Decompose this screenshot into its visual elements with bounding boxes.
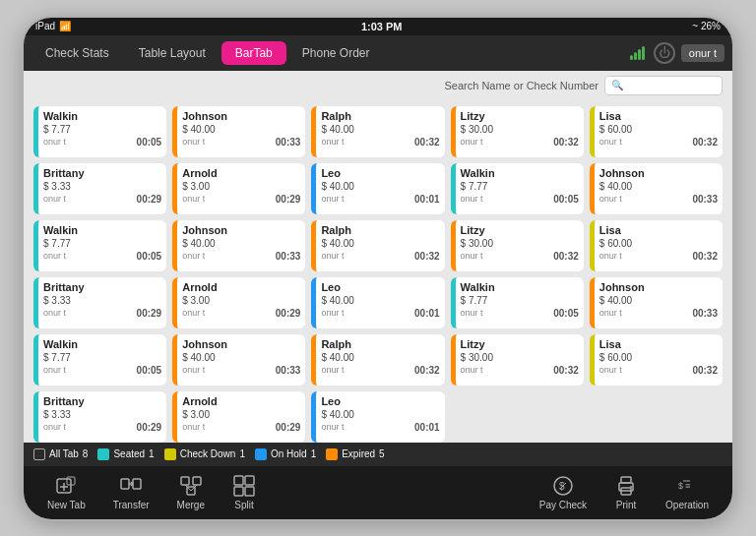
table-row[interactable]: Walkin $ 7.77 onur t 00:05 <box>451 277 584 328</box>
split-icon <box>232 474 256 498</box>
card-user-time: onur t 00:29 <box>182 422 300 433</box>
table-row[interactable]: Litzy $ 30.00 onur t 00:32 <box>451 220 584 271</box>
card-name: Litzy <box>461 224 579 236</box>
print-label: Print <box>616 500 637 510</box>
card-time: 00:05 <box>137 251 162 262</box>
table-row[interactable]: Leo $ 40.00 onur t 00:01 <box>311 391 444 443</box>
card-bottom: $ 7.77 <box>461 181 579 192</box>
table-row[interactable]: Walkin $ 7.77 onur t 00:05 <box>33 220 166 271</box>
card-name: Brittany <box>43 395 161 407</box>
card-user: onur t <box>599 308 622 318</box>
transfer-button[interactable]: Transfer <box>99 470 163 514</box>
table-row[interactable]: Brittany $ 3.33 onur t 00:29 <box>33 391 166 443</box>
card-name: Arnold <box>182 281 300 293</box>
table-row[interactable]: Arnold $ 3.00 onur t 00:29 <box>172 163 305 214</box>
wifi-icon: 📶 <box>59 21 71 31</box>
table-row[interactable]: Ralph $ 40.00 onur t 00:32 <box>311 334 444 386</box>
card-user: onur t <box>43 422 66 432</box>
table-row[interactable]: Ralph $ 40.00 onur t 00:32 <box>311 106 444 157</box>
card-user-time: onur t 00:05 <box>461 308 579 319</box>
card-bottom: $ 40.00 <box>182 238 300 249</box>
battery-label: ~ 26% <box>692 21 721 31</box>
card-time: 00:29 <box>276 308 301 319</box>
card-amount: $ 40.00 <box>321 238 353 249</box>
check-down-dot <box>164 448 176 460</box>
card-time: 00:32 <box>414 137 440 148</box>
card-user: onur t <box>43 251 66 261</box>
main-content: Walkin $ 7.77 onur t 00:05 Johnson $ 40.… <box>24 100 732 443</box>
status-bar: iPad 📶 1:03 PM ~ 26% <box>24 18 732 35</box>
user-button[interactable]: onur t <box>681 44 724 62</box>
card-bottom: $ 7.77 <box>43 238 161 249</box>
card-name: Walkin <box>43 338 161 350</box>
pay-check-label: Pay Check <box>539 500 587 510</box>
search-input[interactable]: 🔍 <box>604 76 723 95</box>
nav-phone-order[interactable]: Phone Order <box>288 41 384 65</box>
card-amount: $ 3.33 <box>43 295 71 306</box>
print-button[interactable]: Print <box>600 470 652 514</box>
card-user-time: onur t 00:32 <box>461 251 579 262</box>
wifi-signal-icon <box>630 46 646 60</box>
card-bottom: $ 7.77 <box>43 124 161 135</box>
table-row[interactable]: Johnson $ 40.00 onur t 00:33 <box>172 334 305 386</box>
card-name: Johnson <box>182 224 300 236</box>
card-user-time: onur t 00:01 <box>321 308 439 319</box>
table-row[interactable]: Lisa $ 60.00 onur t 00:32 <box>590 220 723 271</box>
merge-label: Merge <box>177 500 205 510</box>
card-amount: $ 40.00 <box>321 409 353 420</box>
pay-check-button[interactable]: $ Pay Check <box>526 470 600 514</box>
table-row[interactable]: Ralph $ 40.00 onur t 00:32 <box>311 220 444 271</box>
svg-rect-9 <box>234 476 243 485</box>
all-tab-checkbox[interactable] <box>33 448 45 460</box>
nav-table-layout[interactable]: Table Layout <box>125 41 220 65</box>
card-name: Leo <box>321 167 439 179</box>
table-row[interactable]: Brittany $ 3.33 onur t 00:29 <box>33 277 166 328</box>
card-bottom: $ 30.00 <box>461 238 579 249</box>
print-icon <box>614 474 638 498</box>
table-row[interactable]: Leo $ 40.00 onur t 00:01 <box>311 163 444 214</box>
card-time: 00:33 <box>276 137 301 148</box>
table-row[interactable]: Leo $ 40.00 onur t 00:01 <box>311 277 444 328</box>
all-tab-label: All Tab <box>49 448 79 459</box>
card-bottom: $ 30.00 <box>461 124 579 135</box>
card-user-time: onur t 00:33 <box>182 365 300 376</box>
nav-bartab[interactable]: BarTab <box>221 41 286 65</box>
power-button[interactable]: ⏻ <box>654 42 675 64</box>
merge-button[interactable]: Merge <box>163 470 219 514</box>
card-name: Lisa <box>599 338 718 350</box>
table-row[interactable]: Johnson $ 40.00 onur t 00:33 <box>172 106 305 157</box>
new-tab-button[interactable]: New Tab <box>33 470 99 514</box>
table-row[interactable]: Arnold $ 3.00 onur t 00:29 <box>172 391 305 443</box>
card-amount: $ 40.00 <box>599 295 632 306</box>
nav-check-stats[interactable]: Check Stats <box>32 41 123 65</box>
time-display: 1:03 PM <box>361 21 403 32</box>
card-name: Arnold <box>182 167 300 179</box>
card-amount: $ 40.00 <box>321 124 353 135</box>
table-row[interactable]: Johnson $ 40.00 onur t 00:33 <box>172 220 305 271</box>
seated-dot <box>97 448 109 460</box>
card-amount: $ 3.00 <box>182 181 210 192</box>
table-row[interactable]: Walkin $ 7.77 onur t 00:05 <box>33 106 166 157</box>
table-row[interactable]: Brittany $ 3.33 onur t 00:29 <box>33 163 166 214</box>
svg-rect-6 <box>181 477 189 485</box>
expired-count: 5 <box>379 448 385 459</box>
card-user: onur t <box>461 308 483 318</box>
card-user-time: onur t 00:29 <box>182 194 300 205</box>
card-bottom: $ 60.00 <box>599 124 718 135</box>
table-row[interactable]: Litzy $ 30.00 onur t 00:32 <box>451 334 584 386</box>
table-row[interactable]: Lisa $ 60.00 onur t 00:32 <box>590 106 723 157</box>
table-row[interactable]: Walkin $ 7.77 onur t 00:05 <box>33 334 166 386</box>
table-row[interactable]: Walkin $ 7.77 onur t 00:05 <box>451 163 584 214</box>
table-row[interactable]: Litzy $ 30.00 onur t 00:32 <box>451 106 584 157</box>
card-amount: $ 30.00 <box>461 124 493 135</box>
operation-button[interactable]: $ ≡ Operation <box>652 470 723 514</box>
table-row[interactable]: Lisa $ 60.00 onur t 00:32 <box>590 334 723 386</box>
table-row[interactable]: Arnold $ 3.00 onur t 00:29 <box>172 277 305 328</box>
all-tab-status: All Tab 8 <box>33 448 88 460</box>
split-label: Split <box>234 500 253 510</box>
table-row[interactable]: Johnson $ 40.00 onur t 00:33 <box>590 163 723 214</box>
svg-text:≡: ≡ <box>685 481 690 491</box>
split-button[interactable]: Split <box>219 470 270 514</box>
svg-rect-16 <box>621 477 631 483</box>
table-row[interactable]: Johnson $ 40.00 onur t 00:33 <box>590 277 723 328</box>
